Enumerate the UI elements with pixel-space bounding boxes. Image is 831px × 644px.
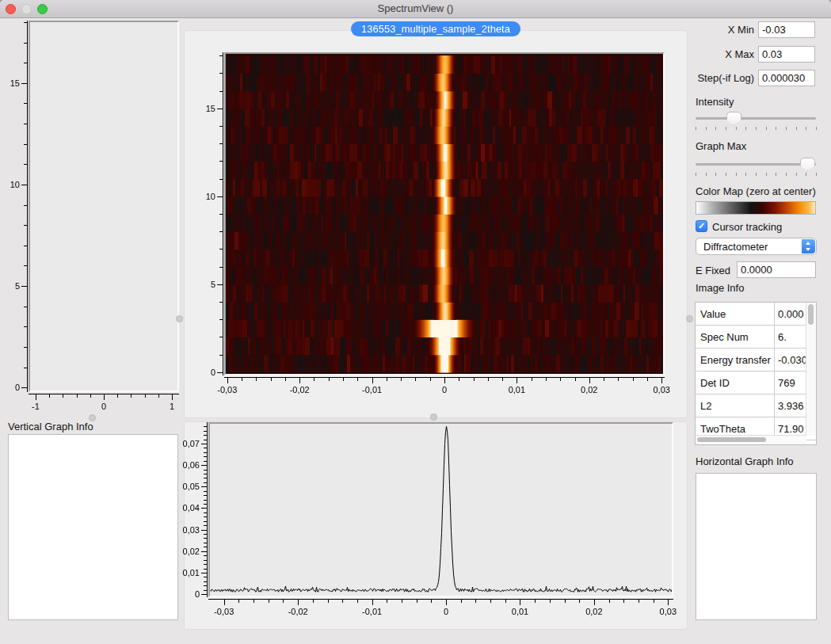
cursor-tracking-checkbox[interactable] bbox=[696, 220, 707, 232]
horizontal-cut-plot[interactable] bbox=[210, 424, 672, 596]
x-max-input[interactable] bbox=[758, 46, 815, 63]
y-axis-minor-tick bbox=[24, 368, 27, 368]
chevron-down-icon bbox=[806, 248, 810, 251]
y-axis-minor-tick bbox=[24, 265, 27, 266]
x-axis-minor-tick bbox=[131, 394, 132, 398]
info-value: 769 bbox=[775, 377, 808, 389]
graph-max-slider-tick-mark bbox=[796, 173, 797, 176]
y-axis-tick-label: 0 bbox=[0, 383, 20, 392]
vertical-graph-info-box bbox=[8, 434, 178, 620]
intensity-slider-tick-mark bbox=[696, 127, 696, 130]
graph-max-slider-tick-mark bbox=[715, 173, 716, 176]
graph-max-slider-tick-mark bbox=[706, 173, 707, 176]
vertical-cut-plot[interactable] bbox=[29, 21, 179, 392]
y-axis-major-tick bbox=[21, 185, 27, 185]
y-axis-minor-tick bbox=[24, 225, 27, 226]
mode-dropdown[interactable]: Diffractometer bbox=[696, 238, 817, 255]
x-axis-line bbox=[29, 394, 179, 394]
image-info-table: Value 0.000 Spec Num 6. Energy transfer … bbox=[695, 302, 817, 445]
graph-max-slider-track[interactable] bbox=[696, 163, 816, 166]
y-axis-minor-tick bbox=[24, 22, 27, 23]
step-input[interactable] bbox=[758, 70, 815, 86]
y-axis-minor-tick bbox=[24, 205, 27, 206]
vertical-graph-info-label: Vertical Graph Info bbox=[8, 421, 93, 433]
y-axis-major-tick bbox=[21, 387, 27, 388]
x-max-label: X Max bbox=[683, 48, 754, 60]
horizontal-scrollbar-thumb[interactable] bbox=[697, 437, 766, 442]
chevron-up-icon bbox=[806, 242, 810, 245]
y-axis-minor-tick bbox=[24, 144, 27, 145]
graph-max-slider-tick-mark bbox=[745, 173, 746, 176]
x-axis-tick-label: -1 bbox=[32, 402, 40, 411]
x-axis-minor-tick bbox=[49, 394, 50, 398]
x-axis-tick-label: 0 bbox=[101, 402, 106, 411]
app-window: SpectrumView () Vertical Graph Info 1365… bbox=[0, 0, 831, 644]
e-fixed-input[interactable] bbox=[737, 261, 816, 278]
graph-max-slider-tick-mark bbox=[776, 173, 776, 176]
info-value: 71.90 bbox=[775, 423, 808, 435]
mode-dropdown-value: Diffractometer bbox=[703, 241, 768, 253]
titlebar: SpectrumView () bbox=[0, 0, 831, 18]
info-key: L2 bbox=[696, 394, 775, 417]
x-axis-major-tick bbox=[172, 394, 173, 400]
intensity-slider-tick-mark bbox=[796, 127, 797, 130]
y-axis-minor-tick bbox=[24, 246, 27, 246]
intensity-slider-tick-mark bbox=[766, 127, 767, 130]
y-axis-minor-tick bbox=[24, 326, 27, 327]
dataset-badge[interactable]: 136553_multiple_sample_2theta bbox=[351, 21, 520, 36]
intensity-slider-thumb[interactable] bbox=[726, 112, 741, 125]
dropdown-stepper-icon[interactable] bbox=[802, 239, 815, 253]
y-axis-tick-label: 15 bbox=[0, 78, 20, 88]
table-vertical-scrollbar[interactable] bbox=[806, 303, 816, 436]
intensity-slider-tick-mark bbox=[756, 127, 757, 130]
x-axis-minor-tick bbox=[145, 394, 146, 398]
graph-max-slider-tick-mark bbox=[806, 173, 806, 176]
x-axis-minor-tick bbox=[90, 394, 91, 398]
x-axis-minor-tick bbox=[158, 394, 159, 398]
intensity-slider-tick-mark bbox=[806, 127, 806, 130]
intensity-slider-tick-mark bbox=[816, 127, 817, 130]
y-axis-tick-label: 5 bbox=[0, 281, 20, 291]
info-value: -0.030 bbox=[775, 354, 808, 366]
color-map-gradient bbox=[696, 201, 816, 215]
intensity-slider-tick-mark bbox=[715, 127, 716, 130]
intensity-label: Intensity bbox=[696, 96, 734, 108]
splitter-handle-left-horizontal[interactable] bbox=[89, 414, 96, 421]
table-row: Energy transfer -0.030 bbox=[696, 349, 816, 372]
intensity-slider-track[interactable] bbox=[696, 117, 816, 120]
info-key: Value bbox=[696, 303, 775, 325]
y-axis-minor-tick bbox=[24, 103, 27, 104]
table-horizontal-scrollbar[interactable] bbox=[696, 435, 806, 444]
vertical-scrollbar-thumb[interactable] bbox=[808, 304, 814, 325]
y-axis-minor-tick bbox=[24, 43, 27, 44]
x-min-label: X Min bbox=[683, 24, 754, 36]
graph-max-slider-tick-mark bbox=[736, 173, 737, 176]
y-axis-minor-tick bbox=[24, 307, 27, 307]
x-axis-minor-tick bbox=[117, 394, 118, 398]
graph-max-label: Graph Max bbox=[696, 140, 746, 152]
graph-max-slider-tick-mark bbox=[696, 173, 696, 176]
x-min-input[interactable] bbox=[758, 21, 815, 38]
graph-max-slider-tick-mark bbox=[786, 173, 787, 176]
intensity-slider-tick-mark bbox=[786, 127, 787, 130]
intensity-slider-tick-mark bbox=[726, 127, 726, 130]
graph-max-slider-tick-mark bbox=[816, 173, 817, 176]
intensity-slider-tick-mark bbox=[706, 127, 707, 130]
y-axis-minor-tick bbox=[24, 124, 27, 124]
graph-max-slider-thumb[interactable] bbox=[800, 158, 815, 171]
splitter-handle-right[interactable] bbox=[686, 315, 693, 322]
table-row: Value 0.000 bbox=[696, 303, 816, 326]
graph-max-slider-tick-mark bbox=[766, 173, 767, 176]
intensity-slider-tick-mark bbox=[776, 127, 776, 130]
color-map-label: Color Map (zero at center) bbox=[696, 185, 816, 197]
y-axis-major-tick bbox=[21, 286, 27, 287]
x-axis-minor-tick bbox=[63, 394, 63, 398]
horizontal-graph-info-label: Horizontal Graph Info bbox=[696, 455, 794, 467]
info-value: 6. bbox=[775, 331, 808, 343]
splitter-handle-left[interactable] bbox=[176, 315, 183, 322]
window-title: SpectrumView () bbox=[0, 0, 831, 17]
e-fixed-label: E Fixed bbox=[696, 265, 730, 276]
splitter-handle-center-horizontal[interactable] bbox=[430, 413, 437, 421]
y-axis-minor-tick bbox=[24, 164, 27, 165]
heatmap-image[interactable] bbox=[226, 54, 663, 374]
